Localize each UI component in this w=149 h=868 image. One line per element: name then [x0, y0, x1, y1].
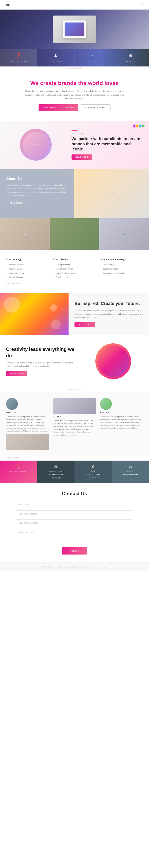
creativity-section: Creativity leads everything we do Sunt i… — [0, 335, 149, 387]
contact-box-fax: 🖨 FAX +1 800 555.6789 +1 800 555.01.01 — [75, 461, 112, 483]
mission-icon: ⌂ — [76, 53, 110, 58]
email-title: EMAIL — [127, 470, 134, 472]
creativity-heading: Creativity leads everything we do — [6, 346, 77, 359]
we-create-body: DesignStudio is an international brand a… — [25, 89, 124, 100]
office-title: OUR MAIN OFFICE — [9, 470, 28, 472]
hero-section — [0, 9, 149, 49]
images-strip: ☕ 🌿 💻 — [0, 218, 149, 250]
accent-bar — [72, 130, 77, 130]
contact-box-office: 📍 OUR MAIN OFFICE — [0, 461, 37, 483]
contact-boxes-row: 📍 OUR MAIN OFFICE ☏ PHONE NUMBER +1 800 … — [0, 461, 149, 483]
comm-strategy-list: Verbal identity Tagline exploration Comm… — [100, 262, 143, 275]
goals-body: In mollis nunc sed id semper liquet enim… — [53, 419, 96, 436]
about-us-text-right: ABOUT US We partner with our clients to … — [72, 130, 143, 160]
tab-strategy[interactable]: ♟ STRATEGY — [37, 49, 75, 66]
inspired-body: Duis aute irure dolor in reprehenderit i… — [75, 309, 143, 319]
name-input[interactable] — [16, 501, 133, 508]
location-icon: 📍 — [16, 465, 21, 469]
phone-input[interactable] — [16, 520, 133, 526]
tab-consultations[interactable]: ❓ CONSULTATIONS — [0, 49, 37, 66]
about-gray-read-more-button[interactable]: READ MORE — [6, 200, 26, 206]
strip-image-plants: 🌿 — [50, 218, 99, 250]
phone-icon: ☏ — [53, 465, 59, 469]
contact-form-section: Contact Us SUBMIT — [0, 483, 149, 562]
mission-body: In mollis nunc sed id semper risus in he… — [6, 415, 49, 432]
email-input[interactable] — [16, 510, 133, 517]
creativity-text: Creativity leads everything we do Sunt i… — [6, 346, 77, 376]
be-inspired-section: Be inspired. Create your future. Duis au… — [0, 293, 149, 335]
fax-icon: 🖨 — [91, 465, 95, 469]
message-input[interactable] — [16, 529, 133, 544]
about-us-label: ABOUT US — [72, 132, 143, 134]
list-item: Verbal identity — [100, 262, 143, 267]
about-gray-text: About Us Ut enim ad minim veniam quis no… — [0, 168, 74, 218]
about-us-heading: We partner with our clients to create br… — [72, 136, 143, 152]
see-our-work-button[interactable]: ☉ SEE OUR WORK — [81, 104, 111, 111]
submit-button[interactable]: SUBMIT — [62, 547, 87, 555]
consultations-icon: ❓ — [2, 53, 36, 58]
inspired-text-right: Be inspired. Create your future. Duis au… — [69, 293, 149, 335]
inspired-heading: Be inspired. Create your future. — [75, 301, 143, 307]
fax-value: +1 800 555.6789 — [86, 473, 100, 475]
nav-hamburger[interactable]: ≡ — [141, 2, 143, 7]
website-button[interactable]: hellodesignstudio.com — [39, 104, 78, 111]
goals-image-top — [53, 398, 96, 414]
fax-title: FAX — [91, 470, 95, 472]
we-create-buttons: hellodesignstudio.com ☉ SEE OUR WORK — [12, 104, 137, 111]
inspired-image-left — [0, 293, 69, 335]
creativity-freepik-credit: Images from Freepik — [0, 387, 149, 392]
team-values-col: values In mollis nunc sed id semper risu… — [100, 398, 143, 450]
brand-identity-list: Visual positioning Visual identity syste… — [53, 262, 96, 279]
strategy-icon: ♟ — [39, 53, 73, 58]
tab-support[interactable]: ⊕ SUPPORT — [112, 49, 149, 66]
creativity-body: Sunt in culpa qui officia deserunt in vo… — [6, 361, 77, 368]
strategy-section: Brand strategy Brand equity audit Audien… — [0, 250, 149, 293]
about-us-read-more-button[interactable]: READ MORE — [72, 154, 92, 160]
contact-box-email: ✉ EMAIL hello@studio.com — [112, 461, 149, 483]
list-item: Competitive review — [6, 271, 49, 275]
navbar: logo ≡ — [0, 0, 149, 9]
list-item: Brand equity audit — [6, 262, 49, 267]
creativity-show-more-button[interactable]: SHOW MORE — [6, 371, 27, 376]
about-gray-photo: photo — [74, 168, 149, 218]
list-item: Icon & illustration guides — [53, 271, 96, 275]
support-icon: ⊕ — [113, 53, 147, 58]
phone-value: +1 800 555.6789 — [49, 473, 63, 476]
list-item: Tagline exploration — [100, 267, 143, 271]
mission-avatar — [6, 398, 18, 410]
about-gray-heading: About Us — [6, 177, 68, 181]
about-gray-section: About Us Ut enim ad minim veniam quis no… — [0, 168, 149, 218]
creativity-portrait: 🦩 — [96, 343, 131, 379]
phone-title: PHONE NUMBER — [48, 470, 64, 472]
brand-strategy-col: Brand strategy Brand equity audit Audien… — [6, 258, 49, 279]
inspired-read-more-button[interactable]: READ MORE — [75, 322, 95, 328]
tab-mission[interactable]: ⌂ MISSION — [75, 49, 112, 66]
about-us-portrait: portrait — [20, 129, 52, 161]
list-item: Visual identity system — [53, 267, 96, 271]
team-goals-col: goals In mollis nunc sed id semper lique… — [53, 398, 96, 450]
tab-consultations-label: CONSULTATIONS — [10, 61, 27, 62]
geometric-decor — [133, 125, 145, 137]
strategy-freepik-credit: Images from Freepik — [6, 281, 143, 285]
hero-image — [53, 16, 96, 43]
tab-mission-label: MISSION — [89, 61, 98, 62]
brand-identity-title: Brand identity — [53, 258, 96, 260]
strip-image-laptop: 💻 — [99, 218, 149, 250]
about-gray-body: Ut enim ad minim veniam quis nostrud exe… — [6, 184, 68, 197]
team-section: mission In mollis nunc sed id semper ris… — [0, 392, 149, 456]
creativity-image-right: 🦩 — [83, 343, 143, 379]
brand-strategy-title: Brand strategy — [6, 258, 49, 260]
footer-text: © 2023 All rights reserved. Click again … — [0, 562, 149, 571]
strategy-columns: Brand strategy Brand equity audit Audien… — [6, 258, 143, 279]
list-item: Brand application — [53, 275, 96, 279]
comm-strategy-title: Communication strategy — [100, 258, 143, 260]
tab-support-label: SUPPORT — [126, 61, 135, 62]
about-us-image-left: portrait — [6, 129, 66, 161]
about-us-pink-section: portrait ABOUT US We partner with our cl… — [0, 121, 149, 168]
hero-freepik-credit: Image from Freepik — [0, 66, 149, 70]
list-item: Audience analysis — [6, 267, 49, 271]
about-gray-image: photo — [74, 168, 149, 218]
mission-image — [6, 434, 49, 450]
phone-sub: +1 800 555.01.01 — [49, 477, 62, 479]
email-icon: ✉ — [129, 465, 132, 469]
